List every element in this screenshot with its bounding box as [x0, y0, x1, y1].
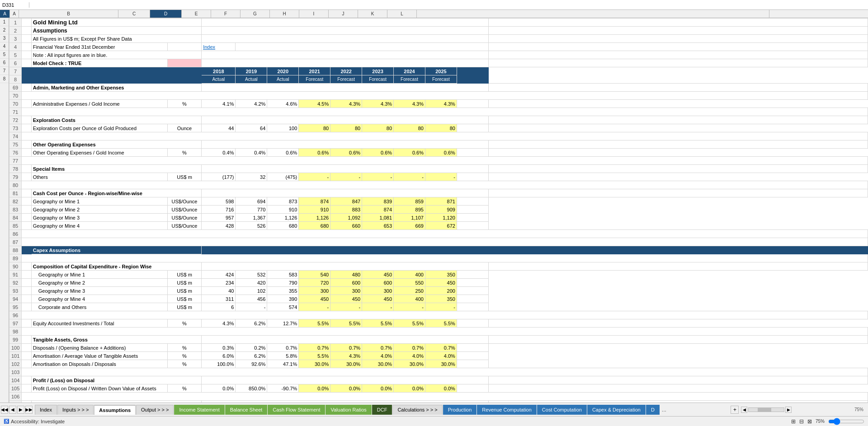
- tab-income[interactable]: Income Statement: [174, 405, 224, 415]
- oop-2023[interactable]: 0.6%: [362, 149, 394, 157]
- admin-2021[interactable]: 4.5%: [299, 100, 330, 108]
- row-78: 78 Special Items: [9, 165, 868, 173]
- page-break-icon[interactable]: ⊠: [807, 418, 812, 425]
- rownum-72: 72: [9, 116, 22, 124]
- admin-2020[interactable]: 4.6%: [267, 100, 299, 108]
- rownum-69: 69: [9, 84, 22, 92]
- tab-more[interactable]: ...: [660, 407, 668, 413]
- row-70: 70: [9, 92, 868, 100]
- tab-inputs[interactable]: Inputs > > >: [57, 405, 94, 415]
- grid-scroll[interactable]: 1 Gold Mining Ltd 2 Assumptions: [9, 18, 868, 403]
- exp-2019[interactable]: 64: [236, 124, 267, 132]
- exp-2020[interactable]: 100: [267, 124, 299, 132]
- exp-2018[interactable]: 44: [202, 124, 236, 132]
- row-num-4: 4: [0, 42, 9, 51]
- tab-d[interactable]: D: [646, 405, 660, 415]
- row-5: 5 Note : All input figures are in blue.: [9, 51, 868, 59]
- tab-assumptions[interactable]: Assumptions: [94, 405, 136, 415]
- rownum-84: 84: [9, 214, 22, 222]
- cell-d4-index[interactable]: Index: [202, 43, 236, 51]
- admin-2023[interactable]: 4.3%: [362, 100, 394, 108]
- cc3-unit: US$/Ounce: [167, 214, 201, 222]
- special-2021[interactable]: -: [299, 173, 330, 181]
- row-105: 105 Profit (Loss) on Disposal / Written …: [9, 384, 868, 393]
- row-94: 94 Geography or Mine 4 US$ m 311 456 390…: [9, 295, 868, 303]
- tab-nav-left-left[interactable]: ◀◀: [1, 406, 8, 414]
- rownum-4: 4: [9, 43, 22, 51]
- tab-revenue[interactable]: Revenue Computation: [477, 405, 536, 415]
- col-header-c: C: [118, 10, 150, 18]
- tab-output[interactable]: Output > > >: [136, 405, 174, 415]
- zoom-slider[interactable]: [828, 418, 864, 425]
- year-2019: 2019: [236, 67, 267, 75]
- special-2024[interactable]: -: [394, 173, 425, 181]
- formula-bar: D331: [0, 0, 868, 10]
- admin-2024[interactable]: 4.3%: [394, 100, 425, 108]
- exploration-header: Exploration Costs: [31, 116, 201, 124]
- tab-dcf[interactable]: DCF: [372, 405, 392, 415]
- row-77: 77: [9, 157, 868, 165]
- special-2025[interactable]: -: [425, 173, 457, 181]
- tab-valuation[interactable]: Valuation Ratios: [326, 405, 371, 415]
- tab-production[interactable]: Production: [443, 405, 477, 415]
- tab-capex-dep[interactable]: Capex & Depreciation: [587, 405, 646, 415]
- row-8: 8 Actual Actual Actual Forecast Forecast…: [9, 75, 868, 84]
- row-85: 85 Geography or Mine 4 US$/Ounce 428 526…: [9, 222, 868, 230]
- row-96: 96: [9, 311, 868, 319]
- tab-cost[interactable]: Cost Computation: [537, 405, 587, 415]
- normal-view-icon[interactable]: ⊞: [791, 418, 796, 425]
- admin-2025[interactable]: 4.3%: [425, 100, 457, 108]
- tab-nav-right[interactable]: ▶: [17, 406, 24, 414]
- oop-2022[interactable]: 0.6%: [330, 149, 362, 157]
- oop-2025[interactable]: 0.6%: [425, 149, 457, 157]
- year-2024: 2024: [394, 67, 425, 75]
- exp-2021[interactable]: 80: [299, 124, 330, 132]
- special-2018[interactable]: (177): [202, 173, 236, 181]
- oop-2021[interactable]: 0.6%: [299, 149, 330, 157]
- oop-2024[interactable]: 0.6%: [394, 149, 425, 157]
- rownum-81: 81: [9, 189, 22, 197]
- page-layout-icon[interactable]: ⊟: [799, 418, 804, 425]
- cell-b1: Gold Mining Ltd: [31, 19, 201, 27]
- type-2020: Actual: [267, 75, 299, 84]
- admin-2022[interactable]: 4.3%: [330, 100, 362, 108]
- scrollbar-track[interactable]: [748, 407, 784, 412]
- tab-balance[interactable]: Balance Sheet: [225, 405, 268, 415]
- tab-add-button[interactable]: +: [731, 406, 739, 414]
- comp2-label: Geography or Mine 2: [31, 279, 167, 287]
- scroll-right-button[interactable]: ▶: [785, 407, 792, 413]
- exp-2023[interactable]: 80: [362, 124, 394, 132]
- exp-2022[interactable]: 80: [330, 124, 362, 132]
- row-num-1: 1: [0, 18, 9, 26]
- special-2019[interactable]: 32: [236, 173, 267, 181]
- special-2023[interactable]: -: [362, 173, 394, 181]
- cell-reference[interactable]: D331: [2, 2, 29, 8]
- rownum-70: 70: [9, 92, 22, 100]
- cell-d3: [202, 35, 489, 43]
- scroll-left-button[interactable]: ◀: [741, 407, 747, 413]
- row-7: 7 2018 2019 2020 2021 2022 2023 2024 202…: [9, 67, 868, 75]
- tab-nav-left[interactable]: ◀: [9, 406, 16, 414]
- special-2022[interactable]: -: [330, 173, 362, 181]
- oop-2019[interactable]: 0.4%: [236, 149, 267, 157]
- tab-calculations[interactable]: Calculations > > >: [392, 405, 442, 415]
- oop-2020[interactable]: 0.6%: [267, 149, 299, 157]
- tab-cashflow[interactable]: Cash Flow Statement: [268, 405, 325, 415]
- row-76: 76 Other Operating Expenses / Gold Incom…: [9, 149, 868, 157]
- row-106: 106: [9, 393, 868, 401]
- exp-2024[interactable]: 80: [394, 124, 425, 132]
- oop-unit: %: [167, 149, 201, 157]
- oop-2018[interactable]: 0.4%: [202, 149, 236, 157]
- tab-nav-right-right[interactable]: ▶▶: [25, 406, 33, 414]
- row-84: 84 Geography or Mine 3 US$/Ounce 957 1,3…: [9, 214, 868, 222]
- exp-2025[interactable]: 80: [425, 124, 457, 132]
- row-80: 80: [9, 181, 868, 189]
- admin-2019[interactable]: 4.2%: [236, 100, 267, 108]
- year-2021: 2021: [299, 67, 330, 75]
- tab-index[interactable]: Index: [35, 405, 57, 415]
- scrollbar-thumb[interactable]: [758, 408, 771, 412]
- special-2020[interactable]: (475): [267, 173, 299, 181]
- column-headers: A A B C D E F G H I J K L: [0, 10, 868, 18]
- admin-2018[interactable]: 4.1%: [202, 100, 236, 108]
- row-6: 6 Model Check : TRUE: [9, 59, 868, 67]
